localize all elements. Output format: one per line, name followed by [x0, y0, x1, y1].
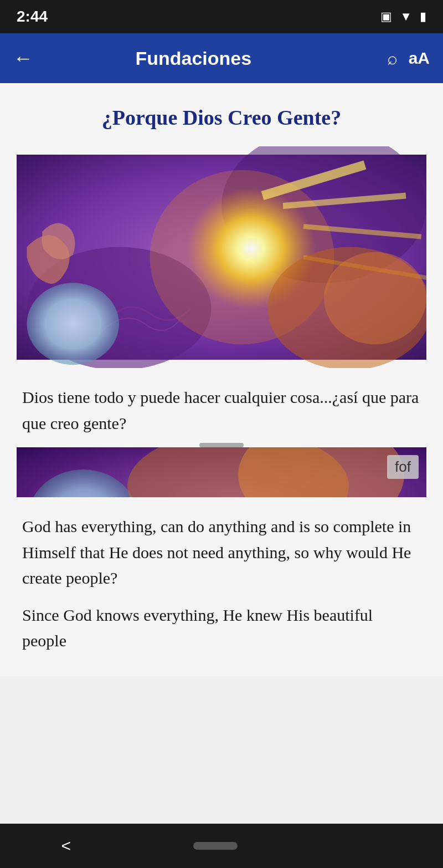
search-icon[interactable]: ⌕: [387, 48, 398, 69]
nav-bar: ← Fundaciones ⌕ aA: [0, 33, 443, 83]
battery-icon: ▮: [420, 9, 426, 24]
bottom-pill: [193, 842, 238, 850]
paragraph-spanish: Dios tiene todo y puede hacer cualquier …: [17, 385, 426, 436]
main-content: ¿Porque Dios Creo Gente?: [0, 83, 443, 676]
second-image-art: [17, 447, 426, 497]
scroll-indicator: [199, 443, 244, 447]
svg-point-14: [238, 447, 404, 497]
wifi-icon: ▼: [400, 9, 412, 24]
status-time: 2:44: [17, 8, 48, 25]
second-image: fof: [17, 447, 426, 497]
fof-badge: fof: [387, 455, 419, 479]
bottom-bar: <: [0, 824, 443, 868]
vibrate-icon: ▣: [380, 9, 392, 24]
status-bar: 2:44 ▣ ▼ ▮: [0, 0, 443, 33]
nav-title: Fundaciones: [44, 48, 343, 69]
back-button[interactable]: ←: [13, 47, 33, 70]
scroll-indicator-area: [17, 436, 426, 447]
bottom-back-button[interactable]: <: [61, 836, 71, 855]
paragraph-english: God has everything, can do anything and …: [17, 514, 426, 591]
hero-image: [17, 146, 426, 368]
font-size-button[interactable]: aA: [409, 49, 430, 68]
status-icons: ▣ ▼ ▮: [380, 9, 426, 24]
svg-point-3: [27, 283, 120, 365]
page-title: ¿Porque Dios Creo Gente?: [17, 105, 426, 130]
paragraph-english-2: Since God knows everything, He knew His …: [17, 603, 426, 665]
svg-point-10: [324, 252, 426, 345]
